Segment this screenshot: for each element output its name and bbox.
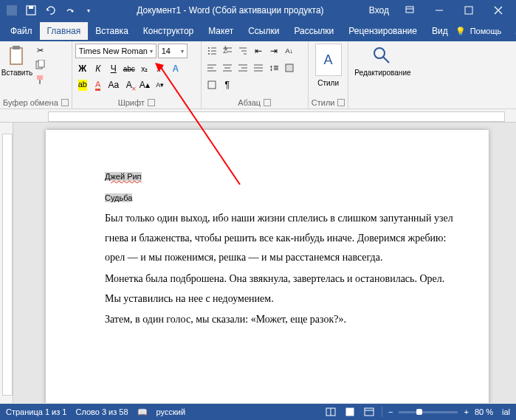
borders-button[interactable] (204, 78, 219, 92)
highlight-button[interactable]: ab (75, 78, 90, 92)
zoom-level[interactable]: 80 % (475, 407, 493, 416)
text-line-1[interactable]: Джей Рип (105, 172, 142, 181)
zoom-in-button[interactable]: + (464, 407, 468, 416)
show-marks-button[interactable]: ¶ (220, 78, 235, 92)
undo-button[interactable] (41, 1, 59, 19)
tab-layout[interactable]: Макет (201, 22, 241, 40)
svg-point-20 (208, 53, 210, 55)
paste-button[interactable]: Вставить (3, 44, 31, 97)
align-center-button[interactable] (220, 61, 235, 75)
statusbar: Страница 1 из 1 Слово 3 из 58 📖 русский … (0, 404, 516, 420)
font-name-combo[interactable]: Times New Roman▾ (75, 44, 156, 58)
sort-button[interactable]: A↓ (282, 44, 297, 58)
language-status[interactable]: русский (156, 407, 185, 416)
vertical-ruler[interactable] (0, 123, 13, 403)
page-count[interactable]: Страница 1 из 1 (6, 407, 66, 416)
text-line-2[interactable]: Судьба (105, 193, 132, 202)
print-layout-button[interactable] (343, 406, 357, 418)
tab-view[interactable]: Вид (424, 22, 455, 40)
font-size-combo[interactable]: 14▾ (158, 44, 188, 58)
shading-button[interactable] (282, 61, 297, 75)
group-editing: Редактирование (348, 41, 416, 109)
decrease-indent-button[interactable]: ⇤ (251, 44, 266, 58)
minimize-button[interactable] (424, 0, 454, 21)
styles-button[interactable]: A (315, 44, 342, 76)
tab-mailings[interactable]: Рассылки (286, 22, 341, 40)
clear-format-button[interactable]: A✕ (122, 78, 137, 92)
close-button[interactable] (484, 0, 513, 21)
svg-rect-7 (465, 7, 472, 14)
shrink-font-button[interactable]: A▾ (153, 78, 168, 92)
format-painter-button[interactable] (32, 73, 47, 86)
strike-button[interactable]: abc (122, 61, 137, 76)
multilevel-button[interactable] (235, 44, 250, 58)
clipboard-launcher[interactable] (61, 99, 69, 106)
spell-check-icon[interactable]: 📖 (137, 407, 148, 417)
tell-me-input[interactable]: Помощь (470, 27, 502, 35)
cut-button[interactable]: ✂ (32, 44, 47, 57)
word-icon (3, 1, 21, 19)
increase-indent-button[interactable]: ⇥ (266, 44, 281, 58)
maximize-button[interactable] (454, 0, 484, 21)
ribbon-options-button[interactable] (395, 0, 424, 21)
paragraph-label: Абзац (238, 98, 261, 107)
tab-design[interactable]: Конструктор (136, 22, 201, 40)
redo-button[interactable] (61, 1, 78, 19)
chevron-down-icon: ▾ (150, 48, 153, 55)
svg-point-43 (374, 48, 385, 58)
tab-insert[interactable]: Вставка (88, 22, 136, 40)
align-right-button[interactable] (235, 61, 250, 75)
align-left-button[interactable] (204, 61, 219, 75)
zoom-slider[interactable] (399, 411, 458, 413)
svg-rect-47 (346, 408, 354, 416)
subscript-button[interactable]: x₂ (137, 61, 152, 76)
svg-rect-42 (208, 81, 216, 89)
ribbon-tabs: Файл Главная Вставка Конструктор Макет С… (0, 21, 516, 41)
save-button[interactable] (22, 1, 40, 19)
italic-button[interactable]: К (91, 61, 106, 76)
web-layout-button[interactable] (362, 406, 376, 418)
group-paragraph: 12 ⇤ ⇥ A↓ ↕≡ ¶ Абзац (202, 41, 309, 109)
bold-button[interactable]: Ж (75, 61, 90, 76)
zoom-out-button[interactable]: − (388, 407, 393, 416)
grow-font-button[interactable]: A▴ (137, 78, 152, 92)
text-effects-button[interactable]: A (168, 61, 183, 76)
copy-button[interactable] (32, 58, 47, 72)
bullets-button[interactable] (204, 44, 219, 58)
justify-button[interactable] (251, 61, 266, 75)
font-launcher[interactable] (148, 99, 155, 106)
help-icon[interactable]: 💡 (455, 27, 466, 36)
horizontal-ruler[interactable] (0, 109, 516, 123)
svg-rect-11 (13, 46, 20, 49)
svg-point-4 (72, 10, 74, 13)
svg-rect-3 (29, 6, 33, 9)
editing-button[interactable]: Редактирование (351, 44, 413, 78)
tab-home[interactable]: Главная (40, 22, 89, 40)
text-para-3[interactable]: Затем, в один голос, мы сказали: «Может,… (105, 310, 459, 330)
svg-rect-13 (38, 60, 44, 67)
group-styles: A Стили Стили (309, 41, 349, 109)
tab-references[interactable]: Ссылки (241, 22, 286, 40)
clipboard-label: Буфер обмена (3, 98, 58, 107)
signin-button[interactable]: Вход (363, 1, 395, 19)
line-spacing-button[interactable]: ↕≡ (266, 61, 281, 75)
read-mode-button[interactable] (324, 406, 337, 418)
text-para-1[interactable]: Был только один выход, ибо наши жизни сп… (105, 209, 459, 268)
window-title: Документ1 - Word (Сбой активации продукт… (97, 5, 363, 16)
numbering-button[interactable]: 12 (220, 44, 235, 58)
page[interactable]: Джей Рип Судьба Был только один выход, и… (46, 130, 489, 403)
tab-file[interactable]: Файл (3, 22, 40, 40)
superscript-button[interactable]: x² (153, 61, 168, 76)
underline-button[interactable]: Ч (106, 61, 121, 76)
paragraph-launcher[interactable] (264, 99, 271, 106)
word-count[interactable]: Слово 3 из 58 (75, 407, 128, 416)
styles-launcher[interactable] (337, 99, 345, 106)
change-case-button[interactable]: Aa (106, 78, 121, 92)
svg-rect-15 (39, 80, 41, 84)
tab-review[interactable]: Рецензирование (341, 22, 424, 40)
font-color-button[interactable]: A (91, 78, 106, 92)
document-scroll[interactable]: Джей Рип Судьба Был только один выход, и… (13, 123, 516, 403)
svg-rect-5 (406, 7, 413, 13)
text-para-2[interactable]: Монетка была подброшена. Она звякнула, з… (105, 269, 459, 309)
qat-more-button[interactable]: ▾ (80, 1, 97, 19)
